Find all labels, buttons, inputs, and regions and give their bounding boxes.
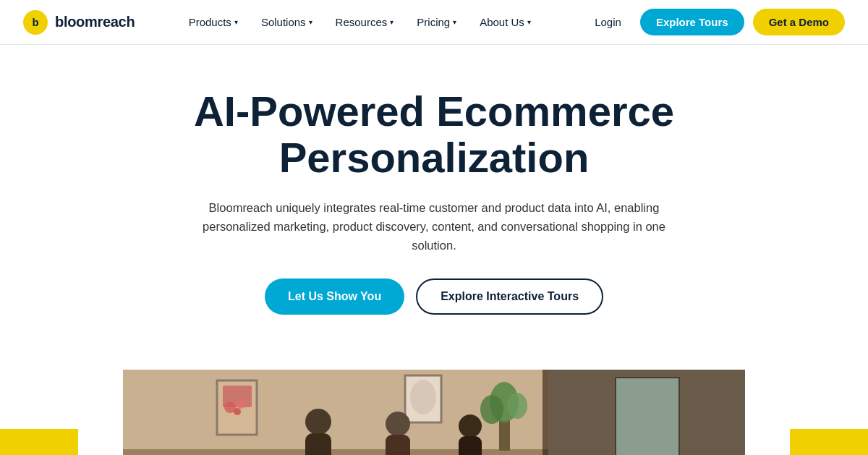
nav-about-us[interactable]: About Us ▾ xyxy=(469,10,541,34)
nav-solutions[interactable]: Solutions ▾ xyxy=(251,10,323,34)
svg-rect-23 xyxy=(386,435,410,455)
header-actions: Login Explore Tours Get a Demo xyxy=(584,9,845,35)
nav-resources[interactable]: Resources ▾ xyxy=(326,10,404,34)
svg-rect-16 xyxy=(499,420,510,451)
svg-rect-7 xyxy=(678,377,680,455)
explore-tours-button[interactable]: Explore Tours xyxy=(640,9,744,35)
hero-scene xyxy=(123,370,745,455)
svg-point-20 xyxy=(305,409,331,435)
chevron-down-icon: ▾ xyxy=(234,18,238,26)
svg-point-13 xyxy=(234,408,241,415)
yellow-accent-right xyxy=(790,429,868,455)
login-button[interactable]: Login xyxy=(584,10,631,34)
svg-rect-25 xyxy=(459,436,482,455)
hero-section: AI-Powered Ecommerce Personalization Blo… xyxy=(0,45,868,370)
svg-point-15 xyxy=(410,380,436,414)
logo[interactable]: b bloomreach xyxy=(23,10,135,35)
yellow-accent-left xyxy=(0,429,78,455)
hero-buttons: Let Us Show You Explore Interactive Tour… xyxy=(14,278,854,315)
nav-pricing[interactable]: Pricing ▾ xyxy=(407,10,467,34)
svg-rect-21 xyxy=(305,433,331,455)
svg-point-12 xyxy=(237,400,245,409)
svg-rect-5 xyxy=(615,377,680,378)
svg-rect-4 xyxy=(615,377,680,455)
explore-interactive-tours-button[interactable]: Explore Interactive Tours xyxy=(416,278,603,315)
svg-point-22 xyxy=(386,412,410,436)
main-nav: Products ▾ Solutions ▾ Resources ▾ Prici… xyxy=(179,10,541,34)
svg-point-24 xyxy=(459,414,482,438)
hero-image xyxy=(123,370,745,455)
svg-point-18 xyxy=(480,395,503,424)
logo-icon: b xyxy=(23,10,48,35)
hero-subtitle: Bloomreach uniquely integrates real-time… xyxy=(188,198,680,255)
chevron-down-icon: ▾ xyxy=(309,18,312,26)
hero-title: AI-Powered Ecommerce Personalization xyxy=(181,88,687,181)
logo-text: bloomreach xyxy=(55,14,135,30)
svg-rect-6 xyxy=(615,377,616,455)
chevron-down-icon: ▾ xyxy=(527,18,531,26)
let-us-show-you-button[interactable]: Let Us Show You xyxy=(265,278,404,315)
svg-point-19 xyxy=(507,393,527,419)
header: b bloomreach Products ▾ Solutions ▾ Reso… xyxy=(0,0,868,45)
hero-image-section xyxy=(0,370,868,455)
nav-products[interactable]: Products ▾ xyxy=(179,10,248,34)
chevron-down-icon: ▾ xyxy=(390,18,393,26)
get-demo-button[interactable]: Get a Demo xyxy=(753,9,845,35)
svg-rect-2 xyxy=(542,370,548,455)
chevron-down-icon: ▾ xyxy=(453,18,456,26)
